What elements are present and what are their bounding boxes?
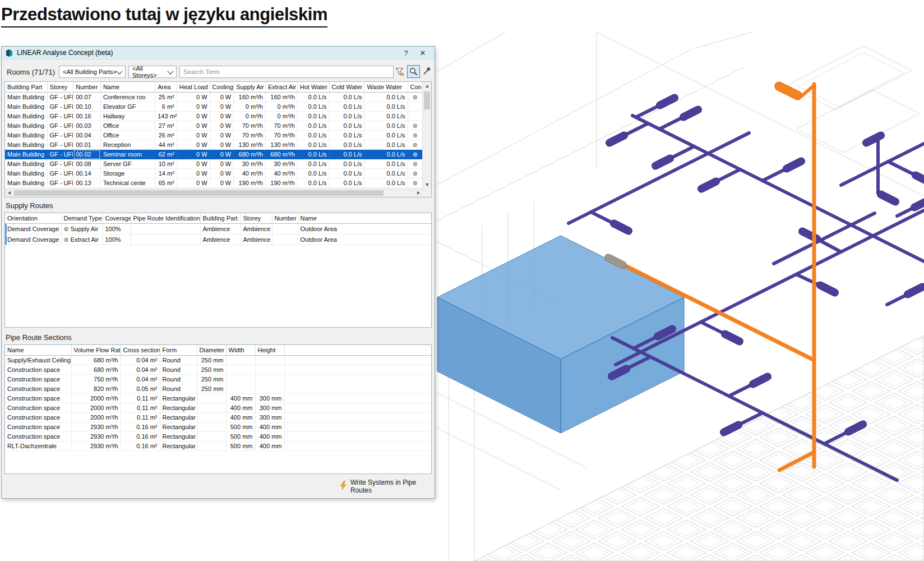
pick-in-model-button[interactable] bbox=[407, 65, 420, 78]
dialog-titlebar[interactable]: LINEAR Analyse Concept (beta) ? ✕ bbox=[2, 47, 435, 59]
pipe-sections-table-body: Supply/Exhaust Ceiling680 m³/h0.04 m²Rou… bbox=[5, 356, 431, 451]
fan-icon: ⊛ bbox=[64, 236, 69, 243]
table-row[interactable]: Construction space750 m³/h0.04 m²Round25… bbox=[5, 375, 431, 384]
table-row[interactable]: Main BuildingGF - UFL00.03Office27 m²0 W… bbox=[5, 121, 423, 131]
table-row[interactable]: Construction space2000 m³/h0.11 m²Rectan… bbox=[5, 413, 431, 422]
column-header[interactable]: Extract Air bbox=[265, 82, 297, 93]
table-row[interactable]: Main BuildingGF - UFL00.02Seminar room62… bbox=[5, 150, 423, 159]
column-header[interactable]: Storey bbox=[241, 213, 272, 224]
close-button[interactable]: ✕ bbox=[414, 49, 431, 57]
column-header[interactable]: Height bbox=[255, 345, 284, 356]
column-header[interactable]: Cooling bbox=[210, 82, 234, 93]
rooms-count-label: Rooms (71/71) bbox=[7, 68, 55, 76]
column-header[interactable]: Number bbox=[73, 82, 101, 93]
table-row[interactable]: Main BuildingGF - UFL00.16Hallway143 m²0… bbox=[5, 112, 423, 121]
chevron-down-icon bbox=[167, 68, 173, 74]
table-row[interactable]: Construction space2930 m³/h0.16 m²Rectan… bbox=[5, 422, 431, 432]
column-header[interactable]: Volume Flow Rate bbox=[71, 345, 121, 356]
table-row[interactable]: Main BuildingGF - UFL00.01Reception44 m²… bbox=[5, 140, 423, 150]
table-row[interactable]: Main BuildingGF - UFL00.04Office26 m²0 W… bbox=[5, 131, 423, 140]
column-header[interactable]: Number bbox=[272, 213, 298, 224]
column-header[interactable] bbox=[284, 345, 431, 356]
storeys-dropdown[interactable]: <All Storeys> bbox=[128, 66, 177, 78]
table-row[interactable]: Main BuildingGF - UFL00.10Elevator GF6 m… bbox=[5, 102, 423, 112]
horizontal-scrollbar[interactable] bbox=[5, 188, 423, 197]
vertical-scrollbar[interactable] bbox=[422, 82, 431, 189]
table-row[interactable]: Main BuildingGF - UFL00.13Technical cent… bbox=[5, 178, 423, 188]
building-parts-dropdown[interactable]: <All Building Parts> bbox=[59, 66, 126, 78]
scroll-right-button[interactable] bbox=[414, 189, 423, 197]
fan-icon: ⊛ bbox=[413, 180, 418, 187]
fan-icon: ⊛ bbox=[413, 132, 418, 139]
column-header[interactable]: Building Part bbox=[5, 82, 47, 93]
viewport-3d[interactable] bbox=[432, 31, 924, 561]
table-row[interactable]: Construction space2930 m³/h0.16 m²Rectan… bbox=[5, 432, 431, 442]
fan-icon: ⊛ bbox=[413, 160, 418, 168]
column-header[interactable]: Building Part bbox=[200, 213, 241, 224]
column-header[interactable]: Form bbox=[160, 345, 197, 356]
page-title: Przedstawiono tutaj w języku angielskim bbox=[1, 4, 327, 27]
horizontal-scroll-thumb[interactable] bbox=[14, 190, 384, 196]
chevron-down-icon bbox=[116, 68, 122, 74]
table-row[interactable]: Supply/Exhaust Ceiling680 m³/h0.04 m²Rou… bbox=[5, 356, 431, 365]
column-header[interactable]: Con bbox=[408, 82, 422, 93]
table-row[interactable]: Construction space680 m³/h0.04 m²Round25… bbox=[5, 365, 431, 375]
scroll-down-button[interactable] bbox=[423, 181, 431, 189]
column-header[interactable]: Orientation bbox=[5, 213, 61, 224]
filter-warning-icon[interactable] bbox=[395, 67, 405, 77]
search-input[interactable] bbox=[179, 66, 394, 78]
column-header[interactable]: Name bbox=[5, 345, 71, 356]
column-header[interactable]: Cold Water bbox=[329, 82, 364, 93]
supply-routes-table-body: Demand Coverage⊛ Supply Air100%AmbienceA… bbox=[5, 224, 431, 245]
column-header[interactable]: Hot Water bbox=[297, 82, 329, 93]
column-header[interactable]: Width bbox=[226, 345, 255, 356]
column-header[interactable]: Demand Type bbox=[61, 213, 103, 224]
column-header[interactable]: Cross section bbox=[121, 345, 160, 356]
vertical-scroll-thumb[interactable] bbox=[424, 91, 430, 109]
fan-icon: ⊛ bbox=[413, 122, 418, 130]
supply-routes-header-row: OrientationDemand TypeCoveragePipe Route… bbox=[5, 213, 431, 224]
fan-icon: ⊛ bbox=[413, 170, 418, 177]
column-header[interactable]: Name bbox=[100, 82, 155, 93]
pipe-route-sections-label: Pipe Route Sections bbox=[6, 333, 72, 342]
supply-routes-label: Supply Routes bbox=[6, 201, 53, 210]
eyedropper-icon[interactable] bbox=[422, 67, 432, 77]
table-row[interactable]: Construction space2000 m³/h0.11 m²Rectan… bbox=[5, 403, 431, 413]
pipe-sections-header-row: NameVolume Flow RateCross sectionFormDia… bbox=[5, 345, 431, 356]
pipe-route-sections-table: NameVolume Flow RateCross sectionFormDia… bbox=[4, 344, 432, 474]
column-header[interactable]: Coverage bbox=[103, 213, 131, 224]
help-button[interactable]: ? bbox=[398, 49, 414, 57]
table-row[interactable]: Construction space820 m³/h0.05 m²Round25… bbox=[5, 384, 431, 394]
column-header[interactable]: Diameter bbox=[197, 345, 226, 356]
dialog-title: LINEAR Analyse Concept (beta) bbox=[17, 49, 113, 57]
table-row[interactable]: Demand Coverage⊛ Supply Air100%AmbienceA… bbox=[5, 224, 431, 234]
rooms-header-row: Building PartStoreyNumberNameAreaHeat Lo… bbox=[5, 82, 423, 93]
table-row[interactable]: Construction space2000 m³/h0.11 m²Rectan… bbox=[5, 394, 431, 403]
linear-analyse-concept-dialog: LINEAR Analyse Concept (beta) ? ✕ Rooms … bbox=[2, 47, 435, 498]
column-header[interactable]: Pipe Route Identification bbox=[131, 213, 200, 224]
scroll-left-button[interactable] bbox=[5, 189, 13, 197]
table-row[interactable]: RLT-Dachzentrale2930 m³/h0.16 m²Rectangu… bbox=[5, 442, 431, 451]
write-systems-button[interactable]: Write Systems in Pipe Routes bbox=[337, 480, 435, 493]
rooms-table-body: Main BuildingGF - UFL00.07Conference roo… bbox=[5, 93, 423, 188]
table-row[interactable]: Demand Coverage⊛ Extract Air100%Ambience… bbox=[5, 234, 431, 245]
lightning-icon bbox=[339, 481, 347, 492]
column-header[interactable]: Area bbox=[155, 82, 177, 93]
supply-routes-table: OrientationDemand TypeCoveragePipe Route… bbox=[4, 213, 432, 328]
column-header[interactable]: Supply Air bbox=[234, 82, 266, 93]
rooms-table-viewport: Building PartStoreyNumberNameAreaHeat Lo… bbox=[5, 82, 423, 189]
table-row[interactable]: Main BuildingGF - UFL00.07Conference roo… bbox=[5, 93, 423, 102]
column-header[interactable]: Name bbox=[298, 213, 431, 224]
scroll-up-button[interactable] bbox=[423, 82, 431, 90]
fan-icon: ⊛ bbox=[413, 94, 418, 101]
column-header[interactable]: Storey bbox=[47, 82, 73, 93]
fan-icon: ⊛ bbox=[413, 141, 418, 149]
rooms-table: Building PartStoreyNumberNameAreaHeat Lo… bbox=[4, 81, 432, 197]
linear-logo-icon bbox=[5, 49, 13, 57]
table-row[interactable]: Main BuildingGF - UFL00.08Server GF10 m²… bbox=[5, 159, 423, 169]
table-row[interactable]: Main BuildingGF - UFL00.14Storage14 m²0 … bbox=[5, 169, 423, 178]
column-header[interactable]: Heat Load bbox=[177, 82, 210, 93]
fan-icon: ⊛ bbox=[413, 151, 418, 158]
fan-icon: ⊛ bbox=[64, 226, 69, 233]
column-header[interactable]: Waste Water bbox=[364, 82, 408, 93]
